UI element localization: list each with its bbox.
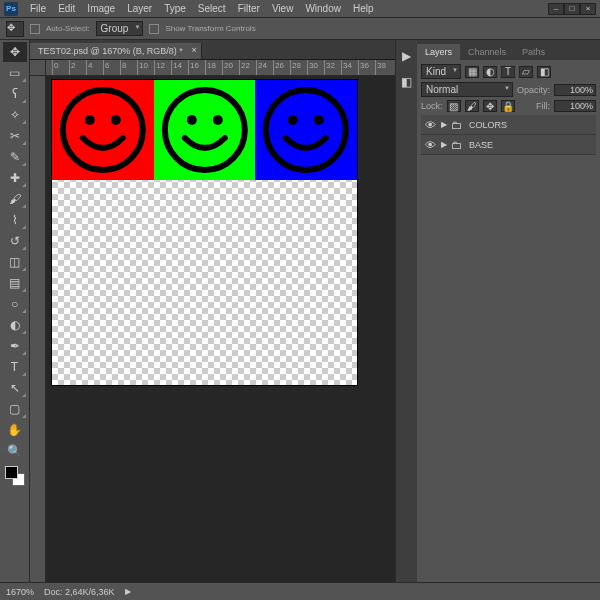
visibility-icon[interactable]: 👁 [423,119,437,131]
lock-transparent-icon[interactable]: ▨ [447,100,461,112]
layer-kind-dropdown[interactable]: Kind [421,64,461,79]
heal-tool[interactable]: ✚ [3,168,27,188]
fill-label: Fill: [536,101,550,111]
menu-filter[interactable]: Filter [232,1,266,16]
show-transform-checkbox[interactable] [149,24,159,34]
maximize-button[interactable]: □ [564,3,580,15]
layer-row[interactable]: 👁 ▶ 🗀 BASE [421,135,596,155]
history-brush-tool[interactable]: ↺ [3,231,27,251]
fill-input[interactable]: 100% [554,100,596,112]
menu-window[interactable]: Window [299,1,347,16]
opacity-input[interactable]: 100% [554,84,596,96]
brush-tool[interactable]: 🖌 [3,189,27,209]
show-transform-label: Show Transform Controls [165,24,255,33]
menu-help[interactable]: Help [347,1,380,16]
menu-layer[interactable]: Layer [121,1,158,16]
menu-view[interactable]: View [266,1,300,16]
gradient-tool[interactable]: ▤ [3,273,27,293]
crop-tool[interactable]: ✂ [3,126,27,146]
svg-point-5 [213,115,223,125]
filter-type-icon[interactable]: T [501,66,515,78]
canvas-viewport[interactable]: 02468101214161820222426283032343638 [30,60,395,582]
stamp-tool[interactable]: ⌇ [3,210,27,230]
filter-adjust-icon[interactable]: ◐ [483,66,497,78]
dock-play-icon[interactable]: ▶ [399,48,415,64]
lock-fill-row: Lock: ▨ 🖌 ✥ 🔒 Fill: 100% [421,100,596,112]
ruler-origin[interactable] [30,60,46,76]
auto-select-checkbox[interactable] [30,24,40,34]
zoom-readout[interactable]: 1670% [6,587,34,597]
move-tool[interactable]: ✥ [3,42,27,62]
blend-mode-dropdown[interactable]: Normal [421,82,513,97]
foreground-swatch[interactable] [5,466,18,479]
status-bar: 1670% Doc: 2,64K/6,36K ▶ [0,582,600,600]
pen-tool[interactable]: ✒ [3,336,27,356]
vertical-ruler[interactable] [30,76,46,582]
lock-position-icon[interactable]: ✥ [483,100,497,112]
svg-point-3 [165,90,245,170]
expand-icon[interactable]: ▶ [441,120,447,129]
zoom-tool[interactable]: 🔍 [3,441,27,461]
filter-shape-icon[interactable]: ▱ [519,66,533,78]
smiley-icon [52,80,154,180]
horizontal-ruler[interactable]: 02468101214161820222426283032343638 [46,60,395,76]
menu-image[interactable]: Image [81,1,121,16]
wand-tool[interactable]: ✧ [3,105,27,125]
red-cell [52,80,154,180]
layer-name[interactable]: COLORS [469,120,507,130]
menu-select[interactable]: Select [192,1,232,16]
blur-tool[interactable]: ○ [3,294,27,314]
opacity-label: Opacity: [517,85,550,95]
tab-channels[interactable]: Channels [460,44,514,60]
layers-panel: Layers Channels Paths Kind ▦ ◐ T ▱ ◧ Nor… [417,40,600,582]
document-tab[interactable]: TEST02.psd @ 1670% (B, RGB/8) * × [30,43,202,59]
close-button[interactable]: × [580,3,596,15]
color-swatches[interactable] [5,466,25,486]
layer-row[interactable]: 👁 ▶ 🗀 COLORS [421,115,596,135]
main-area: ✥ ▭ ʕ ✧ ✂ ✎ ✚ 🖌 ⌇ ↺ ◫ ▤ ○ ◐ ✒ T ↖ ▢ ✋ 🔍 … [0,40,600,582]
svg-point-0 [63,90,143,170]
auto-select-dropdown[interactable]: Group [96,21,144,36]
menu-type[interactable]: Type [158,1,192,16]
expand-icon[interactable]: ▶ [441,140,447,149]
close-tab-icon[interactable]: × [191,45,196,55]
green-cell [154,80,256,180]
minimize-button[interactable]: – [548,3,564,15]
panel-dock: ▶ ◧ [396,40,417,582]
doc-info[interactable]: Doc: 2,64K/6,36K [44,587,115,597]
visibility-icon[interactable]: 👁 [423,139,437,151]
menu-file[interactable]: File [24,1,52,16]
menu-edit[interactable]: Edit [52,1,81,16]
path-tool[interactable]: ↖ [3,378,27,398]
window-controls: – □ × [548,3,596,15]
canvas[interactable] [52,80,357,385]
eraser-tool[interactable]: ◫ [3,252,27,272]
hand-tool[interactable]: ✋ [3,420,27,440]
folder-icon: 🗀 [451,119,465,131]
smiley-icon [255,80,357,180]
info-arrow-icon[interactable]: ▶ [125,587,131,596]
svg-point-7 [288,115,298,125]
app-logo: Ps [4,2,18,16]
lock-all-icon[interactable]: 🔒 [501,100,515,112]
tab-paths[interactable]: Paths [514,44,553,60]
svg-point-2 [111,115,121,125]
eyedropper-tool[interactable]: ✎ [3,147,27,167]
lock-pixels-icon[interactable]: 🖌 [465,100,479,112]
toolbox: ✥ ▭ ʕ ✧ ✂ ✎ ✚ 🖌 ⌇ ↺ ◫ ▤ ○ ◐ ✒ T ↖ ▢ ✋ 🔍 [0,40,30,582]
dodge-tool[interactable]: ◐ [3,315,27,335]
shape-tool[interactable]: ▢ [3,399,27,419]
lock-label: Lock: [421,101,443,111]
filter-smart-icon[interactable]: ◧ [537,66,551,78]
dock-history-icon[interactable]: ◧ [399,74,415,90]
type-tool[interactable]: T [3,357,27,377]
svg-point-6 [266,90,346,170]
menu-bar: Ps File Edit Image Layer Type Select Fil… [0,0,600,18]
layer-name[interactable]: BASE [469,140,493,150]
lasso-tool[interactable]: ʕ [3,84,27,104]
marquee-tool[interactable]: ▭ [3,63,27,83]
panel-area: ▶ ◧ Layers Channels Paths Kind ▦ ◐ T ▱ ◧… [395,40,600,582]
layers-body: Kind ▦ ◐ T ▱ ◧ Normal Opacity: 100% Lock… [417,60,600,582]
filter-pixel-icon[interactable]: ▦ [465,66,479,78]
tab-layers[interactable]: Layers [417,44,460,60]
